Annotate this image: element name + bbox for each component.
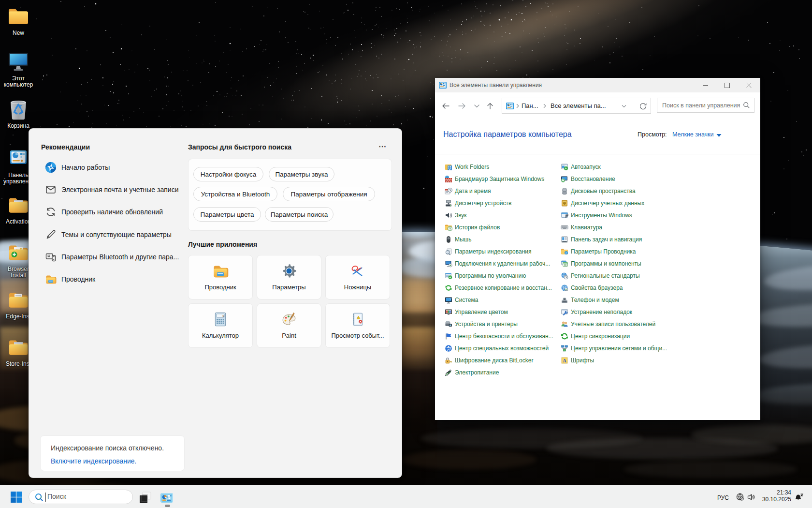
svg-text:0: 0 (222, 314, 224, 318)
svg-text:A: A (563, 358, 566, 363)
